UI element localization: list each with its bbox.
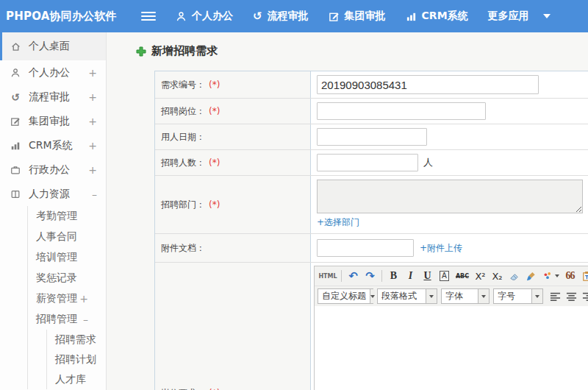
topnav-personal-office[interactable]: 个人办公 [176,10,233,23]
sidebar-item-hr-contract[interactable]: 人事合同 [28,227,106,247]
sidebar-item-recruit-mgmt[interactable]: 招聘管理 – [28,309,106,330]
recruit-submenu: 招聘需求 招聘计划 人才库 [46,330,106,389]
select-value: 字体 [442,290,467,302]
blockquote-button[interactable]: 66 [562,269,578,284]
paragraph-format-select[interactable]: 段落格式 [377,288,437,304]
sidebar-item-talent-pool[interactable]: 人才库 [47,369,106,389]
strikethrough-button[interactable]: ABC [453,269,472,284]
sidebar-item-label: CRM系统 [29,139,73,152]
label-text: 需求编号： [161,79,205,91]
undo-button[interactable]: ↶ [345,269,362,284]
underline-button[interactable]: U [419,269,436,284]
form-row-attachment: 附件文档： +附件上传 [155,234,588,263]
sidebar-item-label: 个人桌面 [29,40,70,53]
upload-attachment-link[interactable]: +附件上传 [420,242,462,255]
label-text: 招聘部门： [161,199,205,211]
expand-toggle[interactable]: + [88,92,97,102]
topnav-label: 流程审批 [268,10,309,23]
sidebar-item-crm[interactable]: CRM系统 + [0,133,106,157]
sidebar-item-admin-office[interactable]: 行政办公 + [0,157,106,182]
toolbar-separator [341,270,342,282]
collapse-toggle[interactable]: – [92,189,97,199]
expand-toggle[interactable]: + [88,116,97,127]
attachment-input[interactable] [317,239,414,257]
edit-icon [9,116,22,127]
sidebar-item-salary[interactable]: 薪资管理 + [28,288,106,309]
form-row-requirements: 岗位要求： (*) HTML ↶ ↷ B I U [155,263,588,390]
align-center-icon [566,291,577,302]
topbar: PHPOA协同办公软件 个人办公 ↺ 流程审批 集团审批 CRM系统 更多应用 [0,0,588,32]
field-label: 岗位要求： (*) [155,263,311,390]
collapse-toggle[interactable]: – [83,314,88,325]
headcount-input[interactable] [317,154,418,171]
sidebar-item-label: 招聘计划 [55,353,96,366]
requirements-editor-area[interactable] [315,306,588,390]
topnav-group-approval[interactable]: 集团审批 [329,10,386,23]
paste-button[interactable] [578,269,588,284]
redo-button[interactable]: ↷ [362,269,379,284]
bold-button[interactable]: B [385,269,402,284]
expand-toggle[interactable]: + [88,165,97,175]
emoticons-button[interactable] [539,269,562,284]
subscript-button[interactable]: X₂ [489,269,506,284]
format-painter-button[interactable] [523,269,539,284]
expand-toggle[interactable]: + [88,68,97,78]
expand-toggle[interactable]: + [88,141,97,151]
font-family-select[interactable]: 字体 [441,288,490,304]
department-textarea[interactable] [317,180,583,213]
demand-no-input[interactable] [317,75,539,94]
sidebar-item-label: 流程审批 [29,91,70,104]
topnav-workflow-approval[interactable]: ↺ 流程审批 [253,10,309,23]
sidebar-item-label: 考勤管理 [36,210,77,223]
label-text: 岗位要求： [161,387,205,390]
page-title-text: 新增招聘需求 [151,44,218,58]
required-mark: (*) [209,106,220,116]
char-border-button[interactable]: A [436,269,453,284]
menu-toggle-icon[interactable] [141,12,156,21]
font-size-select[interactable]: 字号 [493,288,543,304]
sidebar-item-rewards[interactable]: 奖惩记录 [28,268,106,288]
main-content: 新增招聘需求 需求编号： (*) 招聘岗位： (*) [107,32,588,390]
sidebar-item-workflow-approval[interactable]: ↺ 流程审批 + [0,85,106,109]
eraser-icon [509,271,520,282]
select-department-link[interactable]: +选择部门 [317,216,359,229]
editor-toolbar-row1: HTML ↶ ↷ B I U A ABC X² X₂ [315,266,588,286]
source-code-button[interactable]: HTML [318,269,338,284]
field-label: 用人日期： [155,124,311,149]
topnav-more-apps[interactable]: 更多应用 [488,10,551,23]
hire-date-input[interactable] [317,128,427,146]
sidebar-item-label: 集团审批 [29,115,70,128]
sidebar-item-recruit-demand[interactable]: 招聘需求 [47,330,106,350]
sidebar-item-label: 培训管理 [36,251,77,264]
sidebar-item-label: 招聘管理 [36,313,77,326]
expand-toggle[interactable]: + [79,294,88,304]
topnav-label: CRM系统 [422,10,468,23]
brush-icon [526,271,537,282]
required-mark: (*) [209,199,220,210]
sidebar-item-label: 人事合同 [36,230,77,244]
heading-select[interactable]: 自定义标题 [318,288,373,304]
align-left-button[interactable] [547,288,563,304]
align-center-button[interactable] [563,288,579,304]
sidebar-item-hr[interactable]: 人力资源 – [0,182,106,206]
superscript-button[interactable]: X² [472,269,489,284]
sidebar-item-attendance[interactable]: 考勤管理 [28,206,106,227]
remove-format-button[interactable] [506,269,523,284]
form-row-demand-no: 需求编号： (*) [155,71,588,99]
required-mark: (*) [209,157,220,168]
sidebar-item-desktop[interactable]: 个人桌面 [0,32,106,60]
field-label: 招聘人数： (*) [155,150,311,175]
form-row-position: 招聘岗位： (*) [155,99,588,124]
sidebar-item-label: 招聘需求 [55,333,96,347]
topnav-crm[interactable]: CRM系统 [406,10,468,23]
field-label: 招聘岗位： (*) [155,99,311,124]
form-row-hire-date: 用人日期： [155,124,588,150]
align-right-button[interactable] [579,288,588,304]
sidebar-item-training[interactable]: 培训管理 [28,247,106,268]
sidebar-item-recruit-plan[interactable]: 招聘计划 [47,350,106,369]
position-input[interactable] [317,102,486,120]
italic-button[interactable]: I [402,269,419,284]
field-label: 需求编号： (*) [155,71,311,98]
sidebar-item-group-approval[interactable]: 集团审批 + [0,109,106,133]
sidebar-item-personal-office[interactable]: 个人办公 + [0,60,106,85]
